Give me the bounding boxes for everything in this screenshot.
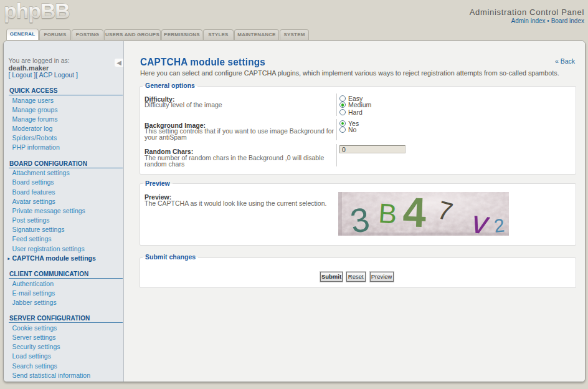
svg-text:B: B — [377, 198, 398, 229]
svg-text:phpBB: phpBB — [4, 1, 70, 22]
svg-text:2: 2 — [493, 214, 505, 236]
svg-text:4: 4 — [402, 192, 427, 236]
